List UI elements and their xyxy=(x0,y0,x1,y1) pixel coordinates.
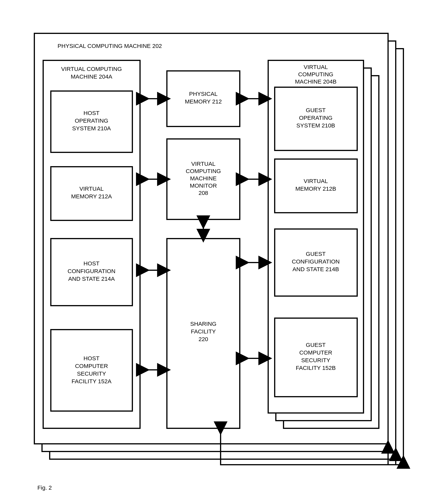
guest-sec-2: COMPUTER xyxy=(299,349,332,356)
host-cfg-2: CONFIGURATION xyxy=(68,268,115,274)
host-cfg-3: AND STATE 214A xyxy=(68,275,115,282)
mon-5: 208 xyxy=(198,190,208,196)
vcm-guest-title-3: MACHINE 204B xyxy=(295,78,337,85)
host-sec-1: HOST xyxy=(84,355,99,361)
vcm-host-title-1: VIRTUAL COMPUTING xyxy=(61,66,122,72)
vcm-guest: VIRTUAL COMPUTING MACHINE 204B GUEST OPE… xyxy=(268,60,364,413)
guest-cfg-2: CONFIGURATION xyxy=(292,258,340,265)
host-os-3: SYSTEM 210A xyxy=(72,125,111,132)
host-os-1: HOST xyxy=(84,110,99,116)
guest-sec-1: GUEST xyxy=(306,342,326,348)
sh-2: FACILITY xyxy=(191,328,216,335)
guest-vmem-1: VIRTUAL xyxy=(304,178,328,184)
guest-os-2: OPERATING xyxy=(299,115,332,121)
center-column: PHYSICAL MEMORY 212 VIRTUAL COMPUTING MA… xyxy=(167,71,240,428)
physical-machine-title: PHYSICAL COMPUTING MACHINE 202 xyxy=(58,43,162,49)
pm-2: MEMORY 212 xyxy=(185,98,222,105)
vcm-host-title-2: MACHINE 204A xyxy=(71,73,112,80)
host-sec-4: FACILITY 152A xyxy=(72,378,111,385)
host-sec-3: SECURITY xyxy=(77,371,106,377)
guest-vmem-2: MEMORY 212B xyxy=(295,185,336,192)
sh-3: 220 xyxy=(198,336,208,342)
host-vmem-1: VIRTUAL xyxy=(79,185,104,192)
guest-sec-3: SECURITY xyxy=(301,357,330,363)
host-cfg-1: HOST xyxy=(84,260,99,267)
host-vmem-2: MEMORY 212A xyxy=(71,193,112,200)
sh-1: SHARING xyxy=(190,321,217,327)
vcm-guest-title-1: VIRTUAL xyxy=(304,64,328,70)
guest-sec-4: FACILITY 152B xyxy=(296,365,336,371)
mon-4: MONITOR xyxy=(190,182,217,189)
figure-label: Fig. 2 xyxy=(38,484,52,491)
pm-1: PHYSICAL xyxy=(189,91,218,97)
host-os-2: OPERATING xyxy=(75,118,108,124)
vcm-guest-title-2: COMPUTING xyxy=(298,71,333,77)
guest-cfg-1: GUEST xyxy=(306,251,326,257)
mon-3: MACHINE xyxy=(190,175,217,181)
mon-1: VIRTUAL xyxy=(191,161,215,167)
host-sec-2: COMPUTER xyxy=(75,363,108,369)
guest-os-3: SYSTEM 210B xyxy=(296,122,335,129)
mon-2: COMPUTING xyxy=(186,168,221,174)
guest-os-1: GUEST xyxy=(306,107,326,113)
guest-cfg-3: AND STATE 214B xyxy=(292,266,339,272)
vcm-host: VIRTUAL COMPUTING MACHINE 204A HOST OPER… xyxy=(43,60,140,428)
